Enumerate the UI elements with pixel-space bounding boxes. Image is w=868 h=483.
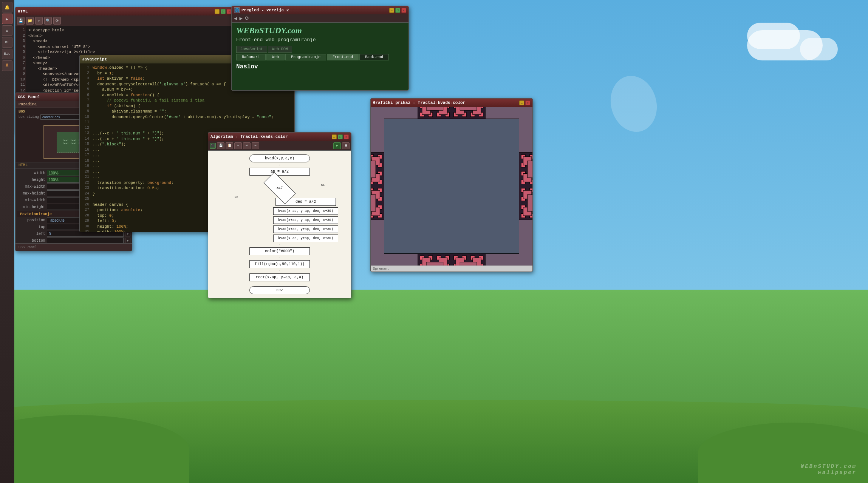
prop-min-width-label: min-width bbox=[17, 198, 45, 202]
flow-kvad1: kvad(x-ap, y-ap, deo, c+30) bbox=[273, 207, 338, 215]
flow-rez: rez bbox=[249, 286, 310, 294]
watermark-main: WEBnSTUDY.com bbox=[801, 463, 857, 469]
flow-ne-label: NE bbox=[235, 196, 238, 199]
algo-toolbar-icon[interactable]: ⬛ bbox=[210, 143, 216, 149]
sidebar-icon-notification[interactable]: 🔔 bbox=[2, 2, 12, 12]
algorithm-status: Ready. bbox=[208, 298, 351, 298]
algo-toolbar-redo[interactable]: ↪ bbox=[252, 142, 259, 149]
prop-bottom-input[interactable] bbox=[47, 238, 124, 243]
toolbar-find[interactable]: 🔍 bbox=[44, 17, 52, 25]
graphic-title: Grafički prikaz - fractal-kvads-color bbox=[373, 100, 519, 105]
preview-close[interactable]: ✕ bbox=[401, 8, 406, 13]
algo-toolbar-cut[interactable]: ✂ bbox=[234, 142, 242, 149]
preview-heading: Naslov bbox=[236, 63, 404, 70]
prop-left-label: left bbox=[17, 232, 45, 236]
sidebar-icon-a[interactable]: A bbox=[2, 60, 12, 71]
flow-fill: fill(rgba(c,90,110,1)) bbox=[249, 260, 310, 268]
decor bbox=[605, 71, 663, 137]
toolbar-folder[interactable]: 📁 bbox=[26, 17, 34, 25]
flow-kvad2: kvad(x+ap, y-ap, deo, c+30) bbox=[273, 216, 338, 224]
flow-kvad3: kvad(x+ap, y+ap, deo, c+30) bbox=[273, 225, 338, 233]
toolbar-save[interactable]: 💾 bbox=[17, 17, 25, 25]
preview-minimize[interactable]: — bbox=[389, 8, 394, 13]
graphic-status-text: Spreman. bbox=[373, 267, 389, 271]
graphic-status: Spreman. bbox=[371, 265, 532, 272]
toolbar-undo[interactable]: ↩ bbox=[35, 17, 43, 25]
graphic-controls: — ✕ bbox=[519, 100, 530, 105]
css-box-sizing-label: box-sizing bbox=[19, 115, 39, 119]
flow-connector-1 bbox=[280, 165, 280, 165]
preview-titlebar: 🌐 Pregled - Verzija 2 — □ ✕ bbox=[232, 6, 408, 14]
algorithm-maximize[interactable]: □ bbox=[338, 134, 343, 139]
algo-toolbar-undo[interactable]: ↩ bbox=[243, 142, 251, 149]
prop-height-label: height bbox=[17, 178, 45, 182]
algorithm-title: Algoritam - fractal-kvads-color bbox=[210, 134, 332, 139]
cloud bbox=[800, 38, 838, 60]
algo-toolbar-copy[interactable]: 📋 bbox=[226, 142, 233, 149]
algorithm-window: Algoritam - fractal-kvads-color — □ ✕ ⬛ … bbox=[208, 132, 351, 298]
preview-window: 🌐 Pregled - Verzija 2 — □ ✕ ◀ ▶ ⟳ WEBnST… bbox=[231, 6, 409, 91]
graphic-minimize[interactable]: — bbox=[519, 100, 524, 105]
algorithm-close[interactable]: ✕ bbox=[344, 134, 349, 139]
preview-back-btn[interactable]: ◀ bbox=[234, 15, 237, 22]
watermark-sub: wallpaper bbox=[801, 469, 857, 475]
preview-nav-frontend[interactable]: Front-end bbox=[327, 54, 359, 60]
css-bottom-bar: CSS Panel bbox=[15, 243, 132, 251]
html-editor-titlebar: HTML — □ ✕ bbox=[15, 7, 234, 15]
preview-nav-javascript[interactable]: JavaScript bbox=[236, 46, 267, 53]
algorithm-body: kvad(x,y,a,c) ap = a/2 a>7 DA NE deo = a… bbox=[208, 151, 351, 298]
preview-nav-racunari[interactable]: Računari bbox=[236, 54, 266, 60]
prop-position-label: position bbox=[17, 218, 45, 222]
flow-diamond-container: a>7 DA NE bbox=[212, 181, 347, 196]
preview-nav-backend[interactable]: Back-end bbox=[359, 54, 389, 60]
fractal-canvas bbox=[371, 107, 532, 265]
prop-max-height-label: max-height bbox=[17, 191, 45, 196]
preview-status: Spreman. bbox=[232, 90, 408, 91]
preview-forward-btn[interactable]: ▶ bbox=[239, 15, 242, 22]
prop-width-label: width bbox=[17, 171, 45, 175]
js-line-numbers: 1234567891011121314151617181920212223242… bbox=[80, 63, 90, 232]
preview-reload-btn[interactable]: ⟳ bbox=[245, 15, 249, 22]
prop-bottom: bottom ▼ bbox=[17, 238, 130, 243]
preview-nav-row2: Računari Web Programiranje Front-end Bac… bbox=[236, 54, 404, 60]
html-editor-title: HTML bbox=[18, 9, 215, 14]
sidebar-icon-run[interactable]: ▶ bbox=[2, 14, 12, 24]
algo-stop-btn[interactable]: ⏹ bbox=[342, 142, 350, 149]
graphic-close[interactable]: ✕ bbox=[525, 100, 530, 105]
flow-start: kvad(x,y,a,c) bbox=[249, 154, 310, 162]
preview-nav-web[interactable]: Web bbox=[266, 54, 285, 60]
algorithm-toolbar: ⬛ 💾 📋 ✂ ↩ ↪ ▶ ⏹ bbox=[208, 141, 351, 151]
preview-nav-row1: JavaScript Web DOM bbox=[236, 46, 404, 53]
preview-controls: — □ ✕ bbox=[389, 8, 406, 13]
left-sidebar: 🔔 ▶ ⚙ RT Bit A bbox=[0, 0, 14, 483]
html-editor-minimize[interactable]: — bbox=[215, 9, 220, 14]
preview-nav-webdom[interactable]: Web DOM bbox=[268, 46, 292, 53]
algo-run-btn[interactable]: ▶ bbox=[333, 142, 341, 149]
algo-toolbar-save[interactable]: 💾 bbox=[217, 142, 224, 149]
flow-connector-6 bbox=[280, 284, 280, 284]
preview-site-title: WEBnSTUDY.com bbox=[236, 26, 404, 35]
graphic-window: Grafički prikaz - fractal-kvads-color — … bbox=[370, 98, 533, 272]
algorithm-minimize[interactable]: — bbox=[332, 134, 337, 139]
sidebar-icon-bit[interactable]: Bit bbox=[2, 49, 12, 59]
flow-color: color("#000") bbox=[249, 247, 310, 255]
preview-maximize[interactable]: □ bbox=[395, 8, 400, 13]
flow-da-branch: deo = a/2 kvad(x-ap, y-ap, deo, c+30) kv… bbox=[212, 198, 347, 242]
flow-kvad4: kvad(x-ap, y+ap, deo, c+30) bbox=[273, 235, 338, 242]
toolbar-replace[interactable]: ⟳ bbox=[53, 17, 61, 25]
prop-max-width-label: max-width bbox=[17, 185, 45, 189]
preview-icon: 🌐 bbox=[234, 7, 240, 13]
flow-ap: ap = a/2 bbox=[249, 168, 310, 176]
sidebar-icon-rt[interactable]: RT bbox=[2, 37, 12, 48]
flow-connector-3 bbox=[280, 244, 280, 245]
sidebar-icon-settings[interactable]: ⚙ bbox=[2, 25, 12, 36]
prop-bottom-toggle[interactable]: ▼ bbox=[125, 238, 130, 243]
watermark: WEBnSTUDY.com wallpaper bbox=[801, 463, 857, 475]
flow-connector-4 bbox=[280, 258, 280, 258]
html-editor-toolbar: 💾 📁 ↩ 🔍 ⟳ bbox=[15, 15, 234, 26]
preview-nav-programiranje[interactable]: Programiranje bbox=[285, 54, 326, 60]
css-bottom-label: CSS Panel bbox=[19, 245, 37, 249]
html-editor-maximize[interactable]: □ bbox=[221, 9, 226, 14]
flow-diamond-label: a>7 bbox=[277, 186, 283, 190]
flow-da-column: deo = a/2 kvad(x-ap, y-ap, deo, c+30) kv… bbox=[272, 198, 340, 242]
